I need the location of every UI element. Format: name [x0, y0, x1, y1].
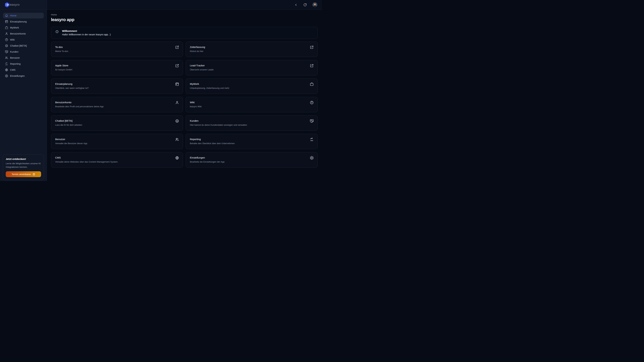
card-title: Zeiterfassung [190, 45, 308, 48]
info-icon [55, 30, 59, 33]
card-subtitle: Bearbeite die Einstellungen der App [190, 161, 308, 163]
sidebar: leasyro Home Einsatzplanung MyWork Benut… [0, 0, 47, 181]
calendar-plus-icon [32, 173, 35, 176]
help-icon [310, 100, 314, 105]
svg-text:AI: AI [176, 120, 178, 122]
book-appointment-label: Termin vereinbaren [12, 173, 31, 175]
banner-message: Hallo! Willkommen in der neuen leasyro a… [62, 33, 111, 36]
sidebar-item-benutzer[interactable]: Benutzer [3, 55, 44, 61]
sidebar-item-label: Chatbot [BETA] [10, 44, 27, 47]
external-link-icon [175, 45, 179, 49]
promo-card: Jetzt entdecken! Lerne die Möglichkeiten… [3, 155, 44, 180]
card-benutzer[interactable]: Benutzer Verwalte die Benutzer dieser Ap… [51, 134, 183, 149]
sidebar-item-wiki[interactable]: Wiki [3, 37, 44, 42]
card-title: Chatbot [BETA] [55, 119, 173, 122]
user-icon [5, 32, 8, 35]
card-einsatzplanung[interactable]: Einsatzplanung Überblick, wer wann verfü… [51, 78, 183, 94]
gear-icon [310, 156, 314, 160]
sidebar-item-reporting[interactable]: Reporting [3, 61, 44, 67]
card-subtitle: Klickst du hier [190, 50, 308, 52]
sidebar-item-chatbot[interactable]: AI Chatbot [BETA] [3, 43, 44, 49]
users-icon [5, 56, 8, 59]
sidebar-item-einstellungen[interactable]: Einstellungen [3, 73, 44, 79]
card-title: Kunden [190, 119, 308, 122]
card-chatbot[interactable]: Chatbot [BETA] Lass die KI für dich arbe… [51, 115, 183, 131]
sidebar-item-label: Home [10, 14, 16, 17]
ai-chip-icon: AI [175, 119, 179, 123]
sidebar-item-kunden[interactable]: Kunden [3, 49, 44, 55]
sidebar-item-label: Wiki [10, 38, 14, 41]
handshake-icon [310, 119, 314, 123]
calendar-icon [175, 82, 179, 86]
card-subtitle: Meine To-dos [55, 50, 173, 52]
refresh-icon[interactable] [304, 3, 307, 6]
promo-title: Jetzt entdecken! [6, 158, 41, 161]
user-icon [175, 100, 179, 105]
calendar-icon [5, 20, 8, 23]
sidebar-item-label: Reporting [10, 62, 21, 65]
welcome-banner: Willkommen! Hallo! Willkommen in der neu… [51, 27, 318, 39]
topbar [47, 0, 322, 10]
sidebar-item-label: Benutzerkonto [10, 32, 26, 35]
card-subtitle: Urlaubsplanung, Zeiterfassung und mehr [190, 87, 308, 89]
briefcase-icon [5, 26, 8, 29]
home-icon [5, 14, 8, 17]
help-icon [5, 38, 8, 41]
sidebar-item-benutzerkonto[interactable]: Benutzerkonto [3, 31, 44, 36]
banner-title: Willkommen! [62, 30, 111, 32]
card-title: CMS [55, 156, 173, 159]
sidebar-item-label: Einstellungen [10, 75, 25, 77]
card-mywork[interactable]: MyWork Urlaubsplanung, Zeiterfassung und… [186, 78, 318, 94]
card-title: MyWork [190, 82, 308, 85]
sidebar-nav: Home Einsatzplanung MyWork Benutzerkonto… [0, 10, 47, 155]
card-wiki[interactable]: Wiki leasyro Wiki [186, 97, 318, 112]
card-todos[interactable]: To-dos Meine To-dos [51, 41, 183, 57]
sidebar-item-label: CMS [10, 68, 16, 71]
avatar[interactable] [312, 2, 317, 7]
card-subtitle: Übersicht unserer Leads [190, 68, 308, 71]
sidebar-item-home[interactable]: Home [3, 13, 44, 18]
card-subtitle: Überblick, wer wann verfügbar ist? [55, 87, 173, 89]
card-subtitle: Verwalte die Benutzer dieser App [55, 142, 173, 145]
book-appointment-button[interactable]: Termin vereinbaren [6, 171, 41, 177]
card-apple-store[interactable]: Apple Store für leasyro GmbH [51, 60, 183, 75]
card-title: Lead-Tracker [190, 64, 308, 67]
external-link-icon [175, 64, 179, 68]
breadcrumb[interactable]: Home [51, 13, 57, 16]
card-kunden[interactable]: Kunden Hier kannst du deine Kundendaten … [186, 115, 318, 131]
sidebar-item-label: Benutzer [10, 56, 20, 59]
card-subtitle: Hier kannst du deine Kundendaten anzeige… [190, 124, 308, 126]
card-benutzerkonto[interactable]: Benutzerkonto Bearbeite dein Profil und … [51, 97, 183, 112]
card-subtitle: leasyro Wiki [190, 105, 308, 108]
leasyro-app-window: leasyro Home Einsatzplanung MyWork Benut… [0, 0, 322, 181]
card-title: Benutzerkonto [55, 101, 173, 104]
card-subtitle: für leasyro GmbH [55, 68, 173, 71]
sidebar-item-einsatzplanung[interactable]: Einsatzplanung [3, 19, 44, 24]
sidebar-item-mywork[interactable]: MyWork [3, 25, 44, 30]
card-title: Wiki [190, 101, 308, 104]
promo-body: Lerne die Möglichkeiten unserer KI Integ… [6, 162, 41, 169]
page-content: Home leasyro app Willkommen! Hallo! Will… [47, 10, 322, 181]
chart-icon [310, 137, 314, 141]
chevron-left-icon[interactable] [294, 3, 298, 6]
sidebar-logo[interactable]: leasyro [0, 0, 47, 10]
card-einstellungen[interactable]: Einstellungen Bearbeite die Einstellunge… [186, 152, 318, 168]
card-zeiterfassung[interactable]: Zeiterfassung Klickst du hier [186, 41, 318, 57]
card-subtitle: Behalte den Überblick über dein Unterneh… [190, 142, 308, 145]
globe-icon [175, 156, 179, 160]
external-link-icon [310, 45, 314, 49]
card-subtitle: Lass die KI für dich arbeiten [55, 124, 173, 126]
sidebar-item-cms[interactable]: CMS [3, 67, 44, 73]
card-title: Reporting [190, 138, 308, 141]
banner-text: Willkommen! Hallo! Willkommen in der neu… [62, 30, 111, 36]
sidebar-item-label: Einsatzplanung [10, 20, 27, 23]
leasyro-logo-icon [4, 2, 10, 7]
card-reporting[interactable]: Reporting Behalte den Überblick über dei… [186, 134, 318, 149]
card-title: Einstellungen [190, 156, 308, 159]
card-cms[interactable]: CMS Verwalte deine Websites über das Con… [51, 152, 183, 168]
card-lead-tracker[interactable]: Lead-Tracker Übersicht unserer Leads [186, 60, 318, 75]
svg-text:AI: AI [6, 45, 7, 46]
main-column: Home leasyro app Willkommen! Hallo! Will… [47, 0, 322, 181]
card-subtitle: Bearbeite dein Profil und personalisiere… [55, 105, 173, 108]
globe-icon [5, 68, 8, 71]
